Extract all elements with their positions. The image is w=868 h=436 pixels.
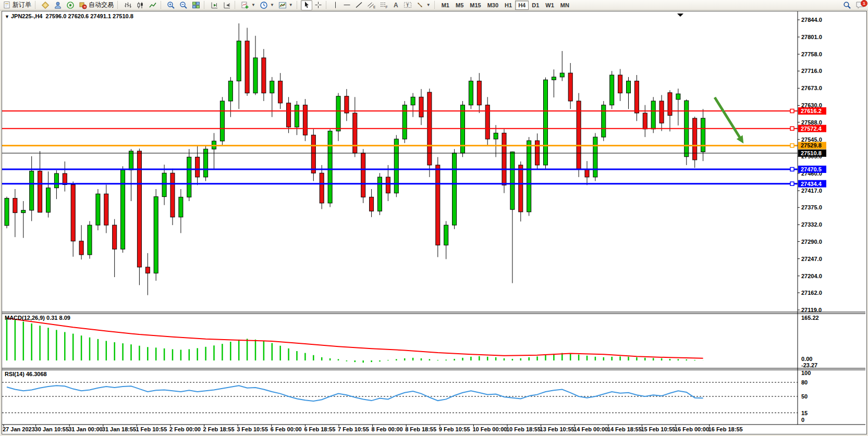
text-label-icon: T <box>404 1 412 9</box>
price-axis[interactable]: 27844.027801.027758.027716.027673.027630… <box>2 11 865 425</box>
text-tool-button[interactable]: A <box>390 0 401 10</box>
rsi-axis-label: 80 <box>801 379 808 385</box>
timeframe-M30[interactable]: M30 <box>484 1 502 10</box>
chat-button[interactable]: 1 <box>855 1 867 10</box>
search-button[interactable] <box>841 0 853 10</box>
price-tick-label: 27758.0 <box>801 51 822 57</box>
timeframe-MN[interactable]: MN <box>557 1 572 10</box>
new-order-button[interactable]: 新订单 <box>1 0 33 10</box>
timeframe-M5[interactable]: M5 <box>453 1 467 10</box>
svg-text:27616.2: 27616.2 <box>801 108 822 114</box>
chart-dropdown-marker[interactable]: ▼ <box>5 14 9 19</box>
cursor-icon <box>303 1 310 9</box>
price-tick-label: 27545.0 <box>801 136 822 143</box>
toolbar-separator <box>235 1 237 9</box>
toolbar-separator <box>117 1 120 9</box>
chevron-down-icon: ▼ <box>289 3 293 7</box>
templates-button[interactable]: ▼ <box>276 0 295 10</box>
time-axis[interactable]: 27 Jan 202330 Jan 10:5531 Jan 00:0031 Ja… <box>2 425 865 432</box>
line-chart-button[interactable] <box>146 0 159 10</box>
chevron-down-icon: ▼ <box>270 3 274 7</box>
time-axis-label: 16 Feb 00:00 <box>675 426 709 432</box>
accounts-button[interactable] <box>52 0 64 10</box>
price-tick-label: 27375.0 <box>801 204 822 210</box>
vertical-line-tool-button[interactable] <box>330 0 341 10</box>
zoom-in-button[interactable] <box>165 0 177 10</box>
signals-button[interactable] <box>64 0 77 10</box>
time-axis-label: 15 Feb 10:55 <box>641 426 675 432</box>
trendline-tool-button[interactable] <box>353 0 365 10</box>
macd-axis-max: 165.22 <box>801 315 819 321</box>
svg-text:27529.8: 27529.8 <box>801 142 822 148</box>
rsi-line <box>7 385 703 401</box>
timeframe-M1[interactable]: M1 <box>438 1 453 10</box>
time-axis-label: 16 Feb 18:55 <box>708 426 743 432</box>
chart-shift-button[interactable] <box>208 0 221 10</box>
trendline-icon <box>355 1 363 9</box>
price-tick-label: 27332.0 <box>801 221 822 228</box>
new-chart-button[interactable]: ▼ <box>239 0 258 10</box>
periods-button[interactable]: ▼ <box>258 0 276 10</box>
new-order-icon <box>3 1 11 9</box>
svg-text:27572.4: 27572.4 <box>801 126 822 132</box>
macd-signal-line <box>7 318 703 358</box>
fibonacci-tool-button[interactable]: F <box>377 0 390 10</box>
rsi-indicator-label: RSI(14) 46.3068 <box>5 371 47 377</box>
market-watch-button[interactable] <box>39 0 52 10</box>
auto-scroll-icon <box>223 1 231 9</box>
time-axis-label: 31 Jan 18:55 <box>102 426 136 432</box>
auto-trading-label: 自动交易 <box>89 1 114 9</box>
time-axis-label: 10 Feb 18:55 <box>506 426 541 432</box>
tile-windows-button[interactable] <box>190 0 202 10</box>
time-axis-label: 6 Feb 18:55 <box>304 426 335 432</box>
price-tick-label: 27844.0 <box>801 17 822 23</box>
svg-text:F: F <box>385 5 387 9</box>
main-price-pane[interactable] <box>2 14 798 295</box>
macd-axis-min: -23.27 <box>801 362 817 368</box>
chevron-down-icon: ▼ <box>426 3 431 7</box>
rsi-axis-label: 15 <box>801 410 808 416</box>
time-axis-label: 31 Jan 00:00 <box>68 426 102 432</box>
accounts-icon <box>54 1 62 9</box>
candle-chart-button[interactable] <box>134 0 146 10</box>
svg-text:27470.5: 27470.5 <box>801 166 822 172</box>
trend-arrow-annotation[interactable] <box>715 97 743 143</box>
price-tick-label: 27673.0 <box>801 85 822 91</box>
new-chart-icon <box>241 1 249 9</box>
rsi-pane[interactable]: 1008050150 <box>2 370 811 423</box>
macd-pane[interactable]: 165.220.00-23.27 <box>7 315 819 368</box>
timeframe-H1[interactable]: H1 <box>502 1 515 10</box>
candle-chart-icon <box>136 1 144 9</box>
chart-canvas[interactable]: 165.220.00-23.27100805015027844.027801.0… <box>2 11 865 433</box>
rsi-axis-label: 100 <box>801 370 811 376</box>
toolbar-separator <box>297 1 299 9</box>
time-axis-label: 3 Feb 10:55 <box>237 426 268 432</box>
auto-trading-button[interactable]: 自动交易 <box>77 0 116 10</box>
cursor-tool-button[interactable] <box>301 0 312 10</box>
timeframe-H4[interactable]: H4 <box>515 1 529 10</box>
bar-chart-button[interactable] <box>121 0 134 10</box>
time-axis-label: 1 Feb 10:55 <box>136 426 167 432</box>
auto-scroll-button[interactable] <box>221 0 233 10</box>
trading-app: 新订单 自动交易 <box>0 0 868 436</box>
price-tick-label: 27801.0 <box>801 34 822 40</box>
channel-tool-button[interactable]: E <box>365 0 377 10</box>
timeframe-W1[interactable]: W1 <box>542 1 557 10</box>
price-tick-label: 27290.0 <box>801 239 822 245</box>
svg-text:27434.4: 27434.4 <box>801 181 822 187</box>
zoom-out-button[interactable] <box>177 0 190 10</box>
text-label-tool-button[interactable]: T <box>401 0 414 10</box>
macd-indicator-label: MACD(12,26,9) 0.31 8.09 <box>5 315 70 321</box>
crosshair-tool-button[interactable] <box>312 0 324 10</box>
chart-symbol-period: JPN225-,H4 <box>11 13 43 19</box>
timeframe-D1[interactable]: D1 <box>529 1 542 10</box>
arrows-tool-button[interactable]: ▼ <box>414 0 433 10</box>
svg-text:27510.8: 27510.8 <box>801 150 822 156</box>
price-tick-label: 27162.0 <box>801 290 822 296</box>
svg-text:A: A <box>394 2 398 9</box>
time-axis-label: 6 Feb 00:00 <box>271 426 302 432</box>
rsi-axis-label: 50 <box>801 393 808 400</box>
horizontal-line-tool-button[interactable] <box>341 0 353 10</box>
periods-icon <box>260 1 268 9</box>
timeframe-M15[interactable]: M15 <box>467 1 484 10</box>
